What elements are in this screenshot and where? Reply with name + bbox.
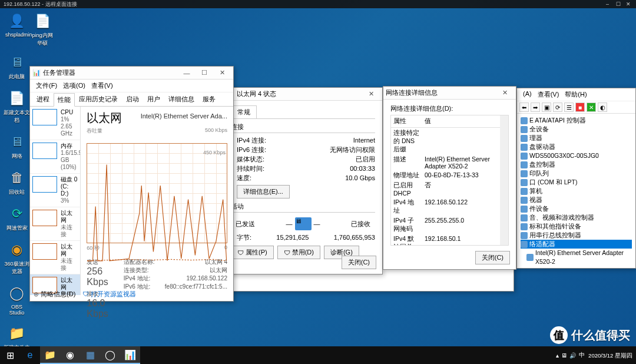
tree-item[interactable]: WDS500G3X0C-00SJG0 [521, 151, 632, 160]
tree-item[interactable]: Intel(R) Ethernet Server Adapter X520-2 [521, 249, 632, 264]
tree-item[interactable]: 件设备 [521, 204, 632, 213]
detail-row: IPv4 子网掩码255.255.255.0 [391, 216, 508, 234]
desktop-icon[interactable]: 🗑回收站 [4, 168, 30, 196]
close-button[interactable]: 关闭(C) [342, 256, 376, 269]
desktop-icon[interactable]: 👤shspladmin [5, 12, 28, 38]
device-icon [521, 170, 528, 177]
recv-rate: 16.0 Kbps [87, 298, 108, 319]
device-icon [521, 232, 528, 239]
menu-item[interactable]: 文件(F) [34, 81, 59, 91]
detail-row: IPv4 地址192.168.50.122 [391, 197, 508, 216]
task-obs[interactable]: ◯ [100, 346, 120, 364]
uninstall-icon[interactable]: ■ [575, 102, 585, 112]
taskmgr-icon: 📊 [32, 69, 41, 77]
close-button[interactable]: ✕ [362, 88, 380, 100]
tree-item[interactable]: 盘控制器 [521, 160, 632, 169]
close-button[interactable]: ✕ [496, 87, 514, 99]
watermark: 值 什么值得买 [550, 326, 630, 344]
perf-item[interactable]: CPU1% 2.65 GHz [30, 107, 80, 140]
task-explorer[interactable]: 📁 [40, 346, 60, 364]
scan-icon[interactable]: ◐ [598, 102, 607, 112]
clock[interactable]: 2020/3/12 星期四 [588, 352, 632, 359]
task-edge[interactable]: e [20, 346, 40, 364]
close-button[interactable]: 关闭(C) [475, 251, 510, 264]
adapter-icon [526, 254, 534, 261]
device-icon [521, 126, 528, 133]
menu-item[interactable]: 帮助(H) [562, 90, 589, 100]
desktop-icon[interactable]: 📄新建文本文档 [4, 89, 30, 124]
back-icon[interactable]: ⬅ [519, 102, 529, 112]
tree-item[interactable]: 络适配器 [521, 240, 632, 249]
task-360[interactable]: ◉ [60, 346, 80, 364]
desktop-icon[interactable]: 🖥网络 [4, 133, 30, 160]
perf-item[interactable]: 以太网未连接 [30, 207, 80, 241]
tree-item[interactable]: 算机 [521, 187, 632, 196]
rdp-title: 192.168.50.122 - 远程桌面连接 [4, 1, 77, 8]
refresh-icon[interactable]: ⟳ [553, 102, 562, 112]
perf-item[interactable]: 以太网未连接 [30, 241, 80, 274]
desktop-icon[interactable]: ◉360极速浏览器 [4, 240, 30, 276]
tray-net-icon: 🖥 [561, 352, 567, 359]
tab-general[interactable]: 常规 [231, 105, 257, 118]
task-manager-window[interactable]: 📊 任务管理器 — ☐ ✕ 文件(F)选项(O)查看(V) 进程性能应用历史记录… [29, 66, 234, 302]
task-taskmgr[interactable]: 📊 [120, 346, 140, 364]
start-button[interactable]: ⊞ [0, 346, 20, 364]
desktop-icon[interactable]: ⟳网速管家 [4, 204, 30, 232]
tree-item[interactable]: 音、视频和游戏控制器 [521, 213, 632, 222]
menu-item[interactable]: 选项(O) [61, 81, 88, 91]
tab[interactable]: 进程 [32, 92, 54, 106]
rdp-max-icon[interactable]: ☐ [616, 1, 622, 8]
desktop-icon[interactable]: ◯OBS Studio [4, 284, 30, 316]
rdp-min-icon[interactable]: – [606, 1, 612, 8]
tree-item[interactable]: E ATA/ATAPI 控制器 [521, 116, 632, 125]
tab[interactable]: 详细信息 [164, 92, 198, 106]
menu-item[interactable]: (A) [521, 90, 534, 100]
tree-item[interactable]: 视器 [521, 196, 632, 204]
fewer-details[interactable]: ⊙ 简略信息(D) [34, 290, 75, 299]
rdp-title-bar: 192.168.50.122 - 远程桌面连接 – ☐ ✕ [0, 0, 636, 8]
maximize-button[interactable]: ☐ [196, 67, 213, 79]
perf-item[interactable]: 磁盘 0 (C: D:)3% [30, 174, 80, 207]
close-button[interactable]: ✕ [213, 67, 231, 79]
fwd-icon[interactable]: ➡ [531, 102, 540, 112]
tray-icons[interactable]: ▴ 🖥 🔊 中 [556, 352, 585, 359]
minimize-button[interactable]: — [178, 67, 196, 79]
taskbar[interactable]: ⊞ e 📁 ◉ ▦ ◯ 📊 ▴ 🖥 🔊 中 2020/3/12 星期四 [0, 346, 636, 364]
status-row: IPv6 连接:无网络访问权限 [231, 145, 375, 154]
tree-item[interactable]: 口 (COM 和 LPT) [521, 178, 632, 187]
tab[interactable]: 启动 [122, 92, 143, 106]
scrollbar[interactable] [500, 115, 508, 245]
tab[interactable]: 应用历史记录 [75, 92, 122, 106]
properties-button[interactable]: 🛡属性(P) [231, 246, 274, 259]
desktop-icon[interactable]: 🖥此电脑 [4, 53, 30, 81]
rdp-close-icon[interactable]: ✕ [626, 1, 632, 8]
window-title: 网络连接详细信息 [386, 88, 438, 97]
perf-item[interactable]: 内存1.6/15.9 GB (10%) [30, 140, 80, 174]
menu-item[interactable]: 查看(V) [89, 81, 115, 91]
tree-item[interactable]: 盘驱动器 [521, 143, 632, 151]
tree-item[interactable]: 标和其他指针设备 [521, 222, 632, 231]
connection-details-window[interactable]: 网络连接详细信息 ✕ 网络连接详细信息(D): 属性值 连接特定的 DNS 后缀… [383, 86, 516, 270]
send-rate: 256 Kbps [87, 266, 108, 287]
prop-row: 连接类型:以太网 [118, 266, 227, 274]
desktop-icon[interactable]: 📄ping内网华硕 [31, 12, 54, 47]
menu-item[interactable]: 查看(V) [535, 90, 562, 100]
enable-icon[interactable]: ✕ [587, 102, 596, 112]
throughput-chart: 450 Kbps [87, 143, 227, 243]
tree-item[interactable]: 用串行总线控制器 [521, 231, 632, 240]
open-resmon-link[interactable]: 🛡 打开资源监视器 [82, 290, 136, 299]
tab[interactable]: 服务 [198, 92, 220, 106]
ethernet-status-window[interactable]: 📶 以太网 4 状态 ✕ 常规 连接 IPv4 连接:InternetIPv6 … [223, 87, 383, 274]
tree-item[interactable]: 印队列 [521, 169, 632, 178]
device-manager-window[interactable]: (A)查看(V)帮助(H) ⬅ ➡ ▣ ⟳ ☰ ■ ✕ ◐ E ATA/ATAP… [516, 88, 636, 269]
tree-item[interactable]: 理器 [521, 134, 632, 143]
details-button[interactable]: 详细信息(E)... [237, 185, 290, 198]
prop-icon[interactable]: ☰ [564, 102, 574, 112]
tree-item[interactable]: 全设备 [521, 125, 632, 134]
show-icon[interactable]: ▣ [542, 102, 551, 112]
adapter-name: Intel(R) Ethernet Server Ada... [141, 112, 227, 120]
tab[interactable]: 性能 [54, 93, 75, 107]
disable-button[interactable]: 🛡禁用(D) [277, 246, 320, 259]
task-devmgr[interactable]: ▦ [80, 346, 100, 364]
tab[interactable]: 用户 [143, 92, 164, 106]
